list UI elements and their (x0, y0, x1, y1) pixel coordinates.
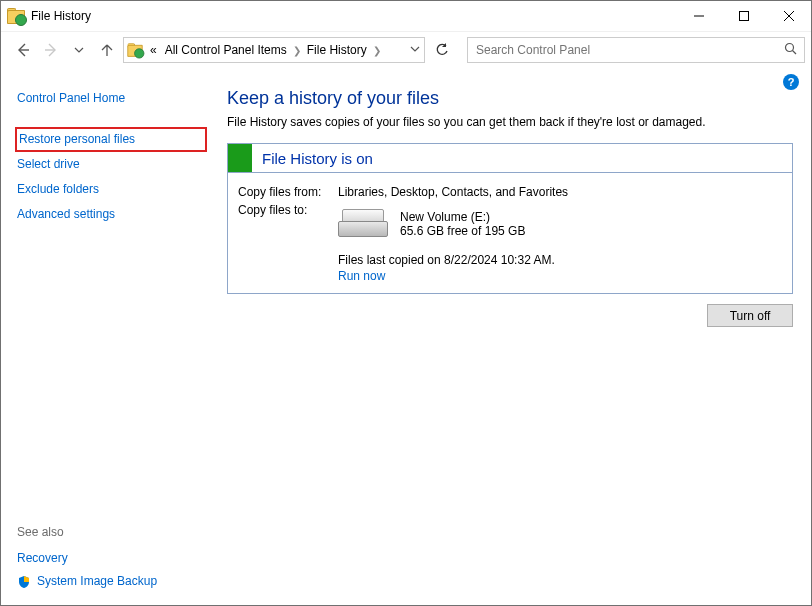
system-image-backup-link[interactable]: System Image Backup (37, 573, 157, 590)
breadcrumb-chevron-icon[interactable]: ❯ (371, 45, 383, 56)
close-button[interactable] (766, 1, 811, 31)
page-heading: Keep a history of your files (227, 88, 793, 109)
back-button[interactable] (11, 38, 35, 62)
address-app-icon (124, 42, 146, 58)
advanced-settings-link[interactable]: Advanced settings (17, 202, 207, 227)
drive-icon (338, 209, 386, 239)
address-dropdown-icon[interactable] (410, 43, 420, 57)
exclude-folders-link[interactable]: Exclude folders (17, 177, 207, 202)
minimize-icon (694, 11, 704, 21)
copy-to-label: Copy files to: (238, 203, 338, 249)
app-icon (7, 8, 25, 24)
search-input[interactable] (474, 42, 784, 58)
svg-rect-1 (739, 12, 748, 21)
window-title: File History (31, 9, 91, 23)
minimize-button[interactable] (676, 1, 721, 31)
status-header: File History is on (228, 144, 792, 173)
chevron-down-icon (74, 45, 84, 55)
title-bar: File History (1, 1, 811, 31)
search-icon[interactable] (784, 42, 798, 59)
address-bar[interactable]: « All Control Panel Items ❯ File History… (123, 37, 425, 63)
maximize-icon (739, 11, 749, 21)
breadcrumb-chevron-icon[interactable]: ❯ (291, 45, 303, 56)
status-box: File History is on Copy files from: Libr… (227, 143, 793, 294)
svg-line-7 (793, 50, 797, 54)
select-drive-link[interactable]: Select drive (17, 152, 207, 177)
close-icon (784, 11, 794, 21)
action-row: Turn off (227, 304, 793, 327)
file-history-window: File History (0, 0, 812, 606)
refresh-button[interactable] (429, 37, 455, 63)
last-copied-text: Files last copied on 8/22/2024 10:32 AM. (338, 253, 782, 267)
up-button[interactable] (95, 38, 119, 62)
copy-from-label: Copy files from: (238, 185, 338, 199)
breadcrumb-item[interactable]: File History (303, 43, 371, 57)
forward-button[interactable] (39, 38, 63, 62)
sidebar: Control Panel Home Restore personal file… (1, 68, 207, 605)
drive-name: New Volume (E:) (400, 210, 525, 224)
copy-to-value: New Volume (E:) 65.6 GB free of 195 GB (338, 203, 782, 249)
svg-point-6 (786, 43, 794, 51)
refresh-icon (435, 43, 449, 57)
control-panel-home-link[interactable]: Control Panel Home (17, 86, 207, 111)
copy-from-value: Libraries, Desktop, Contacts, and Favori… (338, 185, 782, 199)
maximize-button[interactable] (721, 1, 766, 31)
back-arrow-icon (14, 41, 32, 59)
page-description: File History saves copies of your files … (227, 115, 793, 129)
see-also-header: See also (17, 525, 207, 539)
status-body: Copy files from: Libraries, Desktop, Con… (228, 173, 792, 293)
restore-personal-files-link[interactable]: Restore personal files (17, 128, 135, 150)
status-indicator-icon (228, 144, 252, 172)
forward-arrow-icon (42, 41, 60, 59)
search-box[interactable] (467, 37, 805, 63)
content-area: ? Control Panel Home Restore personal fi… (1, 68, 811, 605)
window-controls (676, 1, 811, 31)
status-label: File History is on (262, 150, 373, 167)
shield-icon (17, 575, 31, 589)
drive-free-space: 65.6 GB free of 195 GB (400, 224, 525, 238)
highlight-box: Restore personal files (15, 127, 207, 152)
turn-off-button[interactable]: Turn off (707, 304, 793, 327)
main-panel: Keep a history of your files File Histor… (207, 68, 811, 605)
recent-dropdown[interactable] (67, 38, 91, 62)
breadcrumb-prefix: « (146, 43, 161, 57)
up-arrow-icon (99, 42, 115, 58)
see-also-section: See also Recovery System Image Backup (17, 525, 207, 605)
recovery-link[interactable]: Recovery (17, 550, 68, 567)
run-now-link[interactable]: Run now (338, 269, 385, 283)
nav-bar: « All Control Panel Items ❯ File History… (1, 31, 811, 68)
breadcrumb-item[interactable]: All Control Panel Items (161, 43, 291, 57)
